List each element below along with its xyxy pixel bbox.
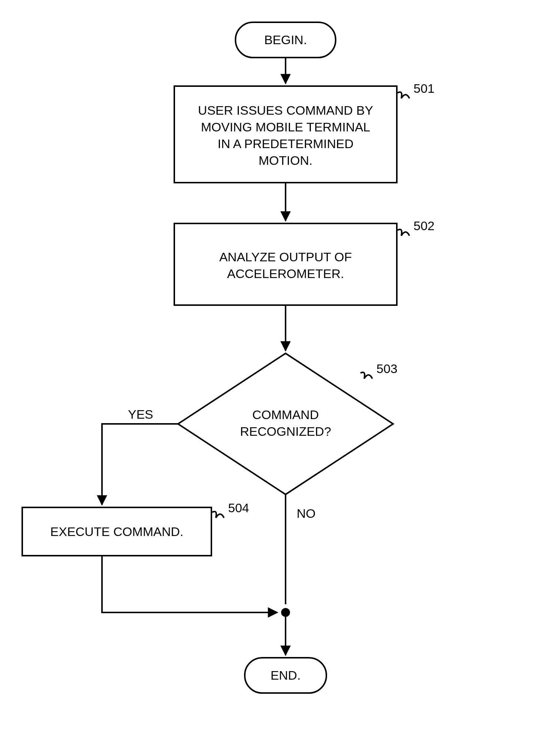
node-begin: BEGIN.: [235, 22, 336, 58]
ref-503: 503: [376, 362, 398, 376]
node-502: ANALYZE OUTPUT OF ACCELEROMETER.: [174, 223, 397, 305]
ref-squiggle-502: [398, 229, 409, 236]
ref-squiggle-504: [212, 511, 224, 518]
node-501: USER ISSUES COMMAND BY MOVING MOBILE TER…: [174, 86, 397, 183]
n503-line2: RECOGNIZED?: [240, 424, 331, 438]
n501-line1: USER ISSUES COMMAND BY: [198, 103, 373, 117]
begin-label: BEGIN.: [264, 33, 307, 47]
n501-line3: IN A PREDETERMINED: [218, 137, 354, 151]
ref-502: 502: [414, 219, 435, 233]
ref-squiggle-501: [398, 92, 409, 98]
n504-line1: EXECUTE COMMAND.: [50, 524, 184, 539]
svg-rect-2: [174, 223, 397, 305]
n501-line4: MOTION.: [258, 153, 312, 167]
node-504: EXECUTE COMMAND.: [22, 507, 211, 556]
edge-504-merge: [102, 556, 277, 612]
ref-501: 501: [414, 81, 435, 95]
edge-503-504: [102, 424, 178, 505]
n502-line1: ANALYZE OUTPUT OF: [219, 250, 352, 264]
node-end: END.: [245, 658, 326, 693]
edge-yes-label: YES: [128, 407, 153, 421]
end-label: END.: [270, 668, 300, 682]
node-503: COMMAND RECOGNIZED?: [178, 353, 393, 494]
n503-line1: COMMAND: [252, 408, 319, 422]
svg-rect-1: [174, 86, 397, 183]
flowchart: BEGIN. USER ISSUES COMMAND BY MOVING MOB…: [0, 0, 560, 742]
edge-no-label: NO: [297, 506, 316, 520]
ref-504: 504: [228, 501, 249, 515]
ref-squiggle-503: [360, 372, 372, 379]
n501-line2: MOVING MOBILE TERMINAL: [201, 120, 370, 134]
n502-line2: ACCELEROMETER.: [227, 267, 344, 281]
merge-node: [281, 608, 290, 617]
